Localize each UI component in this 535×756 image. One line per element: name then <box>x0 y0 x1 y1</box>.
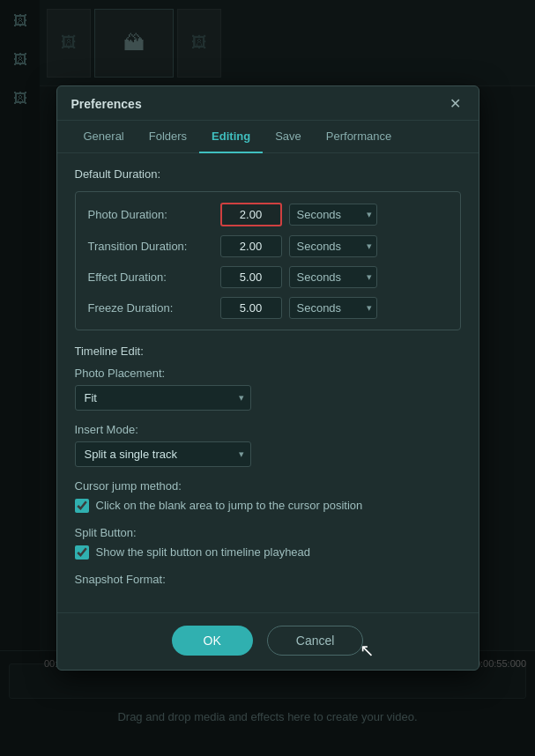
snapshot-format-group: Snapshot Format: <box>75 573 461 586</box>
cursor-jump-group: Cursor jump method: Click on the blank a… <box>75 479 461 514</box>
transition-duration-label: Transition Duration: <box>88 240 220 253</box>
freeze-duration-input[interactable] <box>220 297 282 319</box>
preferences-dialog: Preferences ✕ General Folders Editing Sa… <box>56 85 479 671</box>
close-button[interactable]: ✕ <box>447 95 464 113</box>
dialog-body: Default Duration: Photo Duration: Second… <box>57 153 479 612</box>
dialog-header: Preferences ✕ <box>57 86 479 121</box>
photo-duration-label: Photo Duration: <box>88 208 220 221</box>
transition-duration-unit-wrapper: Seconds Frames Milliseconds <box>289 235 377 257</box>
duration-group: Photo Duration: Seconds Frames Milliseco… <box>75 191 461 330</box>
split-button-checkbox[interactable] <box>75 545 89 560</box>
effect-duration-label: Effect Duration: <box>88 271 220 284</box>
photo-duration-input[interactable] <box>220 203 282 226</box>
photo-duration-unit-select[interactable]: Seconds Frames Milliseconds <box>289 204 377 226</box>
insert-mode-select-wrapper: Split a single track Split all tracks In… <box>75 441 251 467</box>
photo-placement-select[interactable]: Fit Fill Stretch Crop <box>75 385 251 411</box>
photo-duration-row: Photo Duration: Seconds Frames Milliseco… <box>88 203 448 226</box>
transition-duration-unit-select[interactable]: Seconds Frames Milliseconds <box>289 235 377 257</box>
freeze-duration-unit-wrapper: Seconds Frames Milliseconds <box>289 297 377 319</box>
freeze-duration-row: Freeze Duration: Seconds Frames Millisec… <box>88 297 448 319</box>
effect-duration-unit-select[interactable]: Seconds Frames Milliseconds <box>289 266 377 288</box>
snapshot-format-label: Snapshot Format: <box>75 573 461 586</box>
modal-overlay: Preferences ✕ General Folders Editing Sa… <box>0 0 535 756</box>
transition-duration-row: Transition Duration: Seconds Frames Mill… <box>88 235 448 257</box>
cancel-button[interactable]: Cancel <box>267 626 364 656</box>
photo-placement-label: Photo Placement: <box>75 367 461 380</box>
section-default-duration: Default Duration: <box>75 167 461 181</box>
split-button-label: Split Button: <box>75 526 461 539</box>
insert-mode-group: Insert Mode: Split a single track Split … <box>75 423 461 467</box>
effect-duration-unit-wrapper: Seconds Frames Milliseconds <box>289 266 377 288</box>
split-button-group: Split Button: Show the split button on t… <box>75 526 461 560</box>
cursor-jump-checkbox-row: Click on the blank area to jump to the c… <box>75 498 461 514</box>
section-timeline-edit: Timeline Edit: <box>75 345 461 358</box>
cursor-jump-checkbox[interactable] <box>75 499 89 513</box>
photo-duration-unit-wrapper: Seconds Frames Milliseconds <box>289 204 377 226</box>
tab-save[interactable]: Save <box>263 121 314 153</box>
freeze-duration-unit-select[interactable]: Seconds Frames Milliseconds <box>289 297 377 319</box>
transition-duration-input[interactable] <box>220 235 282 257</box>
ok-button[interactable]: OK <box>172 626 253 656</box>
dialog-footer: OK Cancel <box>57 612 479 670</box>
split-button-text: Show the split button on timeline playhe… <box>96 545 311 560</box>
dialog-tabs: General Folders Editing Save Performance <box>57 121 479 153</box>
split-button-checkbox-row: Show the split button on timeline playhe… <box>75 545 461 560</box>
tab-performance[interactable]: Performance <box>314 121 404 153</box>
photo-placement-select-wrapper: Fit Fill Stretch Crop <box>75 385 251 411</box>
cursor-jump-text: Click on the blank area to jump to the c… <box>96 498 363 514</box>
effect-duration-row: Effect Duration: Seconds Frames Millisec… <box>88 266 448 288</box>
insert-mode-select[interactable]: Split a single track Split all tracks In… <box>75 441 251 467</box>
tab-general[interactable]: General <box>71 121 137 153</box>
freeze-duration-label: Freeze Duration: <box>88 301 220 315</box>
photo-placement-group: Photo Placement: Fit Fill Stretch Crop <box>75 367 461 411</box>
tab-folders[interactable]: Folders <box>137 121 199 153</box>
effect-duration-input[interactable] <box>220 266 282 288</box>
tab-editing[interactable]: Editing <box>199 121 263 153</box>
insert-mode-label: Insert Mode: <box>75 423 461 436</box>
dialog-title: Preferences <box>71 97 142 111</box>
cursor-jump-label: Cursor jump method: <box>75 479 461 493</box>
